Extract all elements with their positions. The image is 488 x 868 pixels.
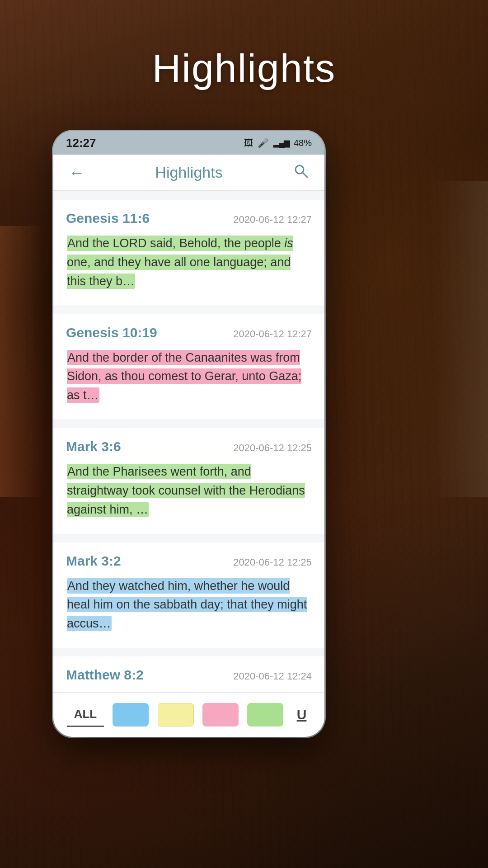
status-bar: 12:27 🖼 🎤 ▂▄▆ 48% (53, 131, 324, 155)
battery-indicator: 48% (294, 138, 312, 148)
page-title: Highlights (0, 45, 488, 91)
highlighted-text: And the Pharisees went forth, and straig… (67, 464, 305, 517)
highlighted-text: And they watched him, whether he would h… (67, 578, 307, 632)
search-icon (293, 163, 309, 182)
back-arrow-icon: ← (69, 165, 85, 181)
card-header: Mark 3:6 2020-06-12 12:25 (66, 439, 312, 454)
signal-icon: ▂▄▆ (273, 138, 289, 148)
image-icon: 🖼 (244, 138, 253, 148)
status-time: 12:27 (66, 136, 96, 150)
card-header: Matthew 8:2 2020-06-12 12:24 (66, 667, 312, 683)
verse-reference: Mark 3:2 (66, 553, 121, 569)
verse-text: And the border of the Canaanites was fro… (66, 347, 312, 407)
status-icons: 🖼 🎤 ▂▄▆ 48% (244, 137, 312, 148)
search-button[interactable] (288, 160, 314, 185)
tab-underline[interactable]: U (292, 703, 311, 727)
bottom-filter-bar: ALL U (53, 692, 324, 737)
verse-reference: Mark 3:6 (66, 439, 121, 454)
phone-frame: 12:27 🖼 🎤 ▂▄▆ 48% ← Highlights Gen (53, 131, 324, 737)
highlighted-text: And the border of the Canaanites was fro… (67, 350, 301, 403)
highlighted-text: And the LORD said, Behold, the people is… (67, 236, 293, 289)
tab-color-green[interactable] (247, 703, 283, 726)
verse-date: 2020-06-12 12:25 (233, 557, 312, 568)
verse-reference: Genesis 10:19 (66, 325, 157, 340)
tab-color-yellow[interactable] (158, 703, 194, 726)
verse-reference: Matthew 8:2 (66, 667, 144, 683)
verse-date: 2020-06-12 12:25 (233, 442, 312, 454)
back-button[interactable]: ← (64, 160, 89, 185)
deco-left (0, 226, 45, 497)
card-header: Mark 3:2 2020-06-12 12:25 (66, 553, 312, 569)
verse-date: 2020-06-12 12:27 (233, 214, 312, 226)
deco-right (434, 181, 488, 497)
tab-color-pink[interactable] (202, 703, 239, 726)
verse-text: And the LORD said, Behold, the people is… (66, 232, 312, 293)
verse-date: 2020-06-12 12:27 (233, 328, 312, 340)
list-item[interactable]: Matthew 8:2 2020-06-12 12:24 And, behold… (53, 656, 324, 692)
verse-date: 2020-06-12 12:24 (233, 670, 312, 682)
app-bar: ← Highlights (53, 155, 324, 191)
card-header: Genesis 11:6 2020-06-12 12:27 (66, 211, 312, 226)
mic-icon: 🎤 (258, 137, 269, 148)
list-item[interactable]: Mark 3:2 2020-06-12 12:25 And they watch… (53, 542, 324, 649)
list-item[interactable]: Genesis 10:19 2020-06-12 12:27 And the b… (53, 314, 324, 420)
list-item[interactable]: Mark 3:6 2020-06-12 12:25 And the Pharis… (53, 428, 324, 534)
verse-reference: Genesis 11:6 (66, 211, 150, 226)
verse-text: And the Pharisees went forth, and straig… (66, 461, 312, 521)
verse-text: And they watched him, whether he would h… (66, 575, 312, 636)
list-item[interactable]: Genesis 11:6 2020-06-12 12:27 And the LO… (53, 200, 324, 306)
tab-color-blue[interactable] (113, 703, 149, 726)
svg-line-1 (303, 173, 307, 177)
app-bar-title: Highlights (155, 164, 222, 181)
highlights-list[interactable]: Genesis 11:6 2020-06-12 12:27 And the LO… (53, 191, 324, 692)
card-header: Genesis 10:19 2020-06-12 12:27 (66, 325, 312, 340)
tab-all[interactable]: ALL (67, 703, 104, 727)
